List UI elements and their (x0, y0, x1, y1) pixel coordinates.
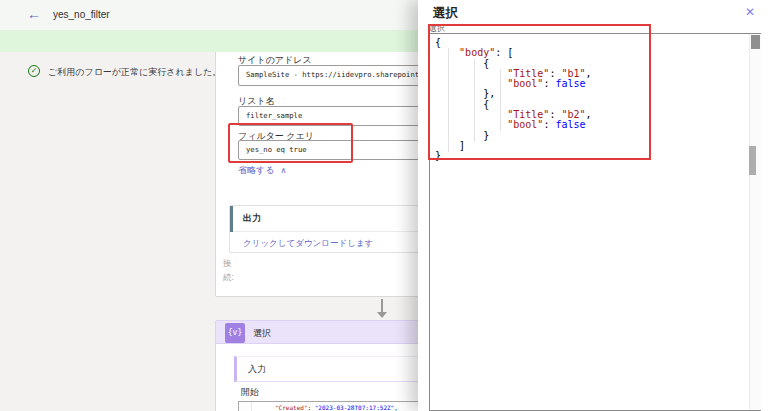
select-output-panel: 選択 ✕ 選択 { "body": [ { "Title": "b1", "bo… (418, 0, 768, 411)
success-banner-text: ご利用のフローが正常に実行されました。 (48, 66, 221, 79)
start-code-line: "Created": "2023-03-28T07:17:52Z", (275, 404, 398, 411)
collapse-link-text: 省略する (238, 165, 274, 175)
select-card-title: 選択 (253, 327, 271, 340)
start-field-label: 開始 (241, 386, 259, 399)
scrollbar-track (749, 34, 761, 410)
scrollbar-thumb[interactable] (749, 146, 756, 175)
collapse-link[interactable]: 省略する∧ (238, 164, 286, 177)
success-check-icon: ✓ (28, 65, 40, 77)
connection-label: 接続: (223, 256, 237, 284)
output-accent-bar (230, 206, 233, 232)
back-arrow-icon[interactable]: ← (27, 6, 41, 22)
output-section-title: 出力 (243, 212, 261, 225)
panel-code-content: { "body": [ { "Title": "b1", "bool": fal… (435, 38, 592, 162)
scrollbar-thumb[interactable] (751, 35, 760, 49)
flow-title: yes_no_filter (53, 9, 110, 20)
chevron-up-icon: ∧ (280, 166, 286, 175)
code-line: ] (435, 141, 592, 151)
data-operation-select-icon: {v} (225, 323, 245, 343)
code-line: } (435, 151, 592, 161)
close-icon[interactable]: ✕ (745, 5, 755, 19)
input-section-title: 入力 (248, 363, 266, 376)
start-code-gutter (239, 402, 252, 411)
panel-code-editor[interactable]: { "body": [ { "Title": "b1", "bool": fal… (429, 33, 761, 411)
flow-connector-arrow-icon (377, 312, 387, 318)
panel-title: 選択 (433, 5, 458, 22)
flow-connector-line (381, 299, 383, 313)
download-link[interactable]: クリックしてダウンロードします (243, 238, 373, 250)
power-automate-run-screen: ← yes_no_filter ✓ ご利用のフローが正常に実行されました。 サイ… (0, 0, 768, 411)
